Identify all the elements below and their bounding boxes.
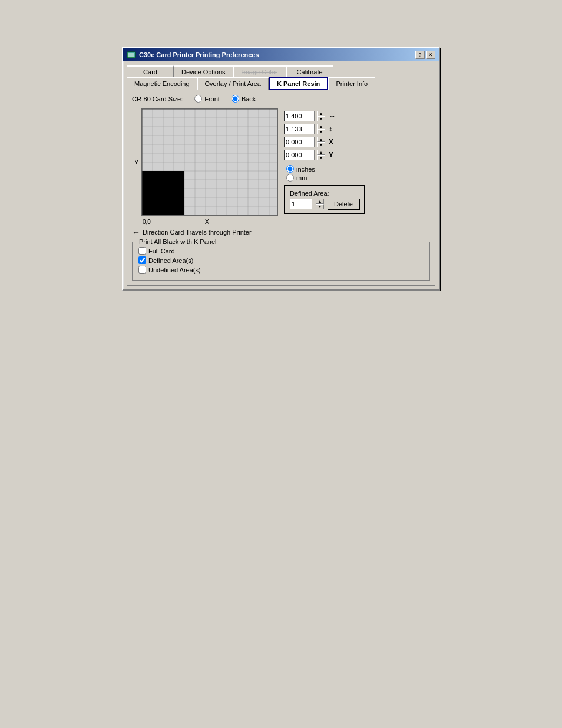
y-spin-buttons: ▲ ▼ — [317, 150, 325, 160]
direction-arrow-icon: ← — [132, 228, 140, 237]
defined-area-down-btn[interactable]: ▼ — [316, 204, 324, 209]
x-input[interactable]: 0.000 — [284, 137, 315, 147]
height-up-btn[interactable]: ▲ — [317, 124, 325, 129]
y-down-btn[interactable]: ▼ — [317, 155, 325, 160]
mm-label: mm — [296, 174, 307, 182]
tab-calibrate[interactable]: Calibrate — [286, 65, 333, 77]
full-card-checkbox[interactable] — [138, 247, 146, 255]
right-panel: 1.400 ▲ ▼ ↔ 1.133 ▲ ▼ — [284, 108, 365, 214]
tab-image-color[interactable]: Image Color — [233, 65, 286, 77]
x-axis-label: X — [205, 218, 209, 225]
undefined-areas-checkbox[interactable] — [138, 266, 146, 274]
width-down-btn[interactable]: ▼ — [317, 116, 325, 121]
width-input[interactable]: 1.400 — [284, 111, 315, 121]
spin-controls: 1.400 ▲ ▼ ↔ 1.133 ▲ ▼ — [284, 108, 365, 182]
card-preview-canvas[interactable] — [141, 108, 278, 216]
card-size-row: CR-80 Card Size: Front Back — [132, 95, 430, 103]
width-icon: ↔ — [329, 112, 336, 121]
undefined-areas-label: Undefined Area(s) — [148, 266, 201, 274]
back-radio-group: Back — [232, 95, 256, 103]
mm-radio-row: mm — [286, 174, 365, 182]
height-spin-buttons: ▲ ▼ — [317, 124, 325, 134]
tab-k-panel-resin[interactable]: K Panel Resin — [269, 77, 328, 90]
defined-areas-row: Defined Area(s) — [138, 256, 424, 264]
print-black-group: Print All Black with K Panel Full Card D… — [132, 242, 430, 281]
inches-radio-row: inches — [286, 165, 365, 173]
content-area: Card Device Options Image Color Calibrat… — [123, 61, 439, 289]
tab-overlay-print[interactable]: Overlay / Print Area — [197, 77, 269, 90]
origin-label: 0,0 — [143, 219, 151, 225]
defined-area-box: Defined Area: ▲ ▼ Delete — [284, 185, 365, 214]
main-panel: CR-80 Card Size: Front Back Y 0,0 X — [127, 90, 435, 286]
x-icon: X — [329, 138, 333, 146]
width-spin-buttons: ▲ ▼ — [317, 111, 325, 121]
direction-text: Direction Card Travels through Printer — [143, 229, 252, 236]
app-icon — [127, 50, 136, 60]
card-size-label: CR-80 Card Size: — [132, 95, 183, 103]
front-radio-group: Front — [194, 95, 220, 103]
height-spin-row: 1.133 ▲ ▼ ↕ — [284, 124, 365, 134]
title-bar-buttons: ? ✕ — [415, 51, 435, 59]
undefined-areas-row: Undefined Area(s) — [138, 266, 424, 274]
title-bar-left: C30e Card Printer Printing Preferences — [127, 50, 259, 60]
width-up-btn[interactable]: ▲ — [317, 111, 325, 116]
tab-magnetic-encoding[interactable]: Magnetic Encoding — [127, 77, 197, 90]
main-content: Y 0,0 X 1.400 ▲ ▼ — [132, 108, 430, 216]
height-icon: ↕ — [329, 125, 332, 134]
defined-area-label: Defined Area: — [290, 190, 359, 197]
width-spin-row: 1.400 ▲ ▼ ↔ — [284, 111, 365, 121]
height-down-btn[interactable]: ▼ — [317, 129, 325, 134]
inches-radio[interactable] — [286, 165, 294, 173]
mm-radio[interactable] — [286, 174, 294, 182]
back-label: Back — [242, 95, 256, 103]
main-window: C30e Card Printer Printing Preferences ?… — [122, 47, 440, 291]
print-black-legend: Print All Black with K Panel — [137, 238, 218, 245]
height-input[interactable]: 1.133 — [284, 124, 315, 134]
x-down-btn[interactable]: ▼ — [317, 142, 325, 147]
tab-printer-info[interactable]: Printer Info — [328, 77, 375, 90]
back-radio[interactable] — [232, 95, 239, 103]
help-button[interactable]: ? — [415, 51, 425, 59]
tab-row-1: Card Device Options Image Color Calibrat… — [127, 65, 435, 77]
tab-card[interactable]: Card — [127, 65, 174, 77]
defined-areas-label: Defined Area(s) — [148, 257, 193, 264]
defined-areas-checkbox[interactable] — [138, 256, 146, 264]
full-card-row: Full Card — [138, 247, 424, 255]
y-axis-label: Y — [134, 159, 138, 166]
full-card-label: Full Card — [148, 248, 175, 255]
defined-area-spin-buttons: ▲ ▼ — [316, 199, 324, 209]
x-up-btn[interactable]: ▲ — [317, 137, 325, 142]
y-input[interactable]: 0.000 — [284, 150, 315, 160]
defined-area-up-btn[interactable]: ▲ — [316, 199, 324, 204]
front-label: Front — [204, 95, 220, 103]
grid-wrapper: Y 0,0 X — [141, 108, 278, 216]
direction-row: ← Direction Card Travels through Printer — [132, 228, 430, 237]
tab-device-options[interactable]: Device Options — [174, 65, 233, 77]
close-button[interactable]: ✕ — [426, 51, 435, 59]
tab-row-2: Magnetic Encoding Overlay / Print Area K… — [127, 77, 435, 90]
x-spin-row: 0.000 ▲ ▼ X — [284, 137, 365, 147]
y-up-btn[interactable]: ▲ — [317, 150, 325, 155]
y-icon: Y — [329, 151, 333, 159]
units-group: inches mm — [286, 165, 365, 182]
inches-label: inches — [296, 166, 315, 173]
svg-rect-1 — [128, 53, 134, 57]
defined-area-input[interactable] — [290, 199, 312, 209]
title-bar: C30e Card Printer Printing Preferences ?… — [123, 48, 439, 61]
window-title: C30e Card Printer Printing Preferences — [139, 51, 259, 58]
defined-area-row: ▲ ▼ Delete — [290, 199, 359, 209]
y-spin-row: 0.000 ▲ ▼ Y — [284, 150, 365, 160]
delete-button[interactable]: Delete — [328, 199, 359, 209]
front-radio[interactable] — [194, 95, 202, 103]
x-spin-buttons: ▲ ▼ — [317, 137, 325, 147]
